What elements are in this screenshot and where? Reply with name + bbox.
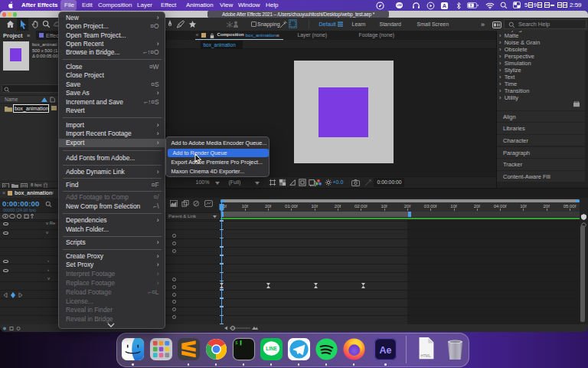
svg-text:LINE: LINE [266, 346, 276, 351]
svg-text:LINE: LINE [397, 4, 402, 7]
svg-text:HTML: HTML [420, 354, 430, 358]
svg-text:A: A [443, 2, 447, 9]
svg-text:Ae: Ae [379, 345, 391, 356]
svg-text:$ ▍: $ ▍ [235, 340, 243, 346]
